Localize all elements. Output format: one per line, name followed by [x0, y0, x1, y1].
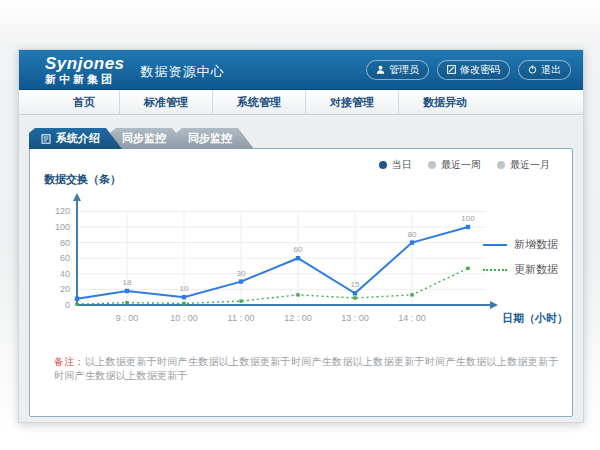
- series-line-sample: [483, 244, 507, 246]
- range-radio-label: 当日: [392, 158, 412, 172]
- change-password-button[interactable]: 修改密码: [437, 60, 510, 80]
- svg-text:0: 0: [65, 300, 70, 310]
- footnote-text: 以上数据更新于时间产生数据以上数据更新于时间产生数据以上数据更新于时间产生数据以…: [54, 356, 559, 381]
- data-point-marker: [182, 295, 186, 299]
- svg-text:14 : 00: 14 : 00: [398, 313, 426, 323]
- series-legend-item-0: 新增数据: [483, 237, 558, 252]
- svg-text:40: 40: [60, 269, 70, 279]
- admin-user-button[interactable]: 管理员: [366, 60, 429, 80]
- series-legend: 新增数据更新数据: [483, 237, 558, 287]
- svg-text:60: 60: [60, 253, 70, 263]
- tab-label: 同步监控: [122, 131, 166, 146]
- svg-text:10 : 00: 10 : 00: [170, 313, 198, 323]
- nav-item-2[interactable]: 系统管理: [212, 90, 305, 114]
- logout-button[interactable]: 退出: [518, 60, 571, 80]
- chart-gridlines: [77, 211, 486, 305]
- range-radio-0[interactable]: 当日: [379, 158, 412, 172]
- series-name: 更新数据: [514, 262, 558, 277]
- series-line-sample: [483, 269, 507, 271]
- footnote: 备注：以上数据更新于时间产生数据以上数据更新于时间产生数据以上数据更新于时间产生…: [54, 355, 560, 383]
- data-point-marker: [296, 293, 299, 296]
- data-point-marker: [466, 267, 469, 270]
- data-point-label: 30: [237, 269, 246, 278]
- app-window: Synjones 新中新集团 数据资源中心 管理员 修改密码 退出: [18, 49, 584, 423]
- tab-bar: 系统介绍同步监控同步监控: [29, 128, 242, 149]
- data-point-marker: [125, 301, 128, 304]
- user-actions: 管理员 修改密码 退出: [366, 60, 571, 80]
- edit-icon: [447, 65, 456, 74]
- svg-text:120: 120: [55, 206, 70, 216]
- footnote-label: 备注：: [54, 356, 85, 367]
- logo-company-name: 新中新集团: [45, 74, 125, 85]
- nav-item-4[interactable]: 数据异动: [398, 90, 491, 114]
- tab-sync-monitor-1[interactable]: 同步监控: [110, 128, 188, 149]
- logo-synjones: Synjones: [45, 55, 125, 72]
- data-point-marker: [75, 297, 79, 301]
- tab-sync-monitor-2[interactable]: 同步监控: [176, 128, 254, 149]
- tab-system-intro[interactable]: 系统介绍: [29, 128, 122, 149]
- svg-text:9 : 00: 9 : 00: [116, 313, 139, 323]
- x-axis-tick-labels: 9 : 0010 : 0011 : 0012 : 0013 : 0014 : 0…: [116, 313, 426, 323]
- x-axis-title: 日期（小时）: [502, 312, 568, 325]
- range-radio-1[interactable]: 最近一周: [428, 158, 481, 172]
- content-area: 系统介绍同步监控同步监控 当日最近一周最近一月 数据交换（条） 02040608…: [19, 115, 583, 423]
- main-nav: 首页标准管理系统管理对接管理数据异动: [19, 90, 583, 115]
- range-radio-label: 最近一周: [441, 158, 481, 172]
- radio-dot-icon: [379, 161, 387, 169]
- tab-label: 同步监控: [188, 131, 232, 146]
- range-radio-label: 最近一月: [510, 158, 550, 172]
- data-point-marker: [410, 240, 414, 244]
- data-point-label: 60: [294, 245, 303, 254]
- admin-user-label: 管理员: [389, 63, 419, 77]
- user-icon: [376, 65, 385, 74]
- change-password-label: 修改密码: [460, 63, 500, 77]
- data-point-marker: [239, 299, 242, 302]
- y-axis-tick-labels: 020406080100120: [55, 206, 70, 310]
- data-point-label: 100: [461, 214, 475, 223]
- svg-text:20: 20: [60, 284, 70, 294]
- data-point-marker: [239, 279, 243, 283]
- data-point-label: 15: [351, 280, 360, 289]
- data-point-marker: [182, 302, 185, 305]
- svg-text:13 : 00: 13 : 00: [341, 313, 369, 323]
- nav-item-1[interactable]: 标准管理: [119, 90, 212, 114]
- radio-dot-icon: [428, 161, 436, 169]
- data-point-label: 18: [123, 278, 132, 287]
- nav-item-3[interactable]: 对接管理: [305, 90, 398, 114]
- data-point-marker: [353, 291, 357, 295]
- data-point-marker: [353, 296, 356, 299]
- svg-text:100: 100: [55, 222, 70, 232]
- logo[interactable]: Synjones 新中新集团: [45, 55, 125, 85]
- series-legend-item-1: 更新数据: [483, 262, 558, 277]
- series-name: 新增数据: [514, 237, 558, 252]
- data-point-marker: [75, 303, 78, 306]
- app-title: 数据资源中心: [141, 63, 225, 89]
- range-selector: 当日最近一周最近一月: [379, 158, 550, 172]
- logout-label: 退出: [541, 63, 561, 77]
- content-panel: 当日最近一周最近一月 数据交换（条） 0204060801001209 : 00…: [29, 148, 573, 417]
- radio-dot-icon: [497, 161, 505, 169]
- data-point-label: 10: [180, 284, 189, 293]
- nav-item-0[interactable]: 首页: [49, 90, 119, 114]
- data-point-label: 80: [408, 230, 417, 239]
- power-icon: [528, 65, 537, 74]
- svg-text:11 : 00: 11 : 00: [228, 313, 255, 323]
- data-point-marker: [466, 225, 470, 229]
- document-icon: [41, 134, 51, 144]
- data-point-marker: [296, 256, 300, 260]
- y-axis-title: 数据交换（条）: [44, 172, 121, 187]
- data-point-marker: [410, 293, 413, 296]
- svg-text:12 : 00: 12 : 00: [284, 313, 312, 323]
- data-point-marker: [125, 289, 129, 293]
- tab-label: 系统介绍: [56, 131, 100, 146]
- range-radio-2[interactable]: 最近一月: [497, 158, 550, 172]
- series-1-updated-data: [75, 267, 469, 306]
- svg-text:80: 80: [60, 238, 70, 248]
- app-header: Synjones 新中新集团 数据资源中心 管理员 修改密码 退出: [19, 50, 583, 90]
